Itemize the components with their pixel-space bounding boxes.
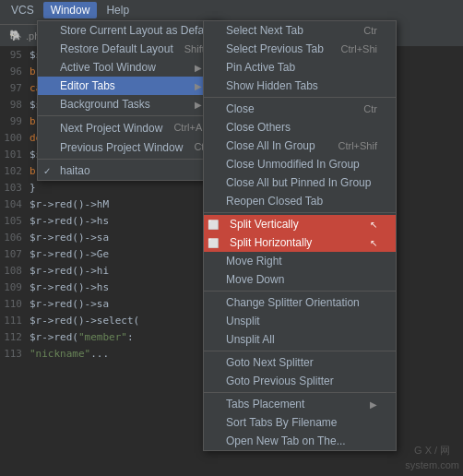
- menu-close-unmodified-label: Close Unmodified In Group: [226, 158, 360, 171]
- menu-sep-tabs-2: [204, 212, 396, 213]
- tab-php-icon: 🐘: [9, 30, 22, 42]
- menu-sep-tabs-1: [204, 97, 396, 98]
- menu-editor-tabs-arrow: ▶: [195, 81, 202, 91]
- menu-show-hidden-tabs-label: Show Hidden Tabs: [226, 79, 318, 92]
- menu-restore-layout[interactable]: Restore Default Layout Shift+F12: [38, 40, 220, 58]
- menu-haitao-check: ✓: [43, 166, 51, 176]
- menu-select-prev-tab[interactable]: Select Previous Tab Ctrl+Shi: [204, 40, 396, 58]
- menu-sort-tabs-label: Sort Tabs By Filename: [226, 416, 338, 429]
- menu-move-down[interactable]: Move Down: [204, 270, 396, 289]
- menu-editor-tabs[interactable]: Editor Tabs ▶: [38, 77, 220, 95]
- menu-reopen-closed[interactable]: Reopen Closed Tab: [204, 192, 396, 210]
- menu-unsplit-all[interactable]: Unsplit All: [204, 330, 396, 349]
- menu-change-splitter[interactable]: Change Splitter Orientation: [204, 293, 396, 312]
- menu-goto-prev-splitter[interactable]: Goto Previous Splitter: [204, 372, 396, 390]
- menu-close[interactable]: Close Ctr: [204, 100, 396, 118]
- menu-close-all-group[interactable]: Close All In Group Ctrl+Shif: [204, 137, 396, 155]
- menu-split-vertically-label: Split Vertically: [230, 218, 299, 231]
- menubar-window[interactable]: Window: [43, 2, 98, 18]
- menu-tabs-placement-label: Tabs Placement: [226, 398, 304, 411]
- menu-separator-2: [38, 159, 220, 160]
- menu-close-others-label: Close Others: [226, 121, 291, 134]
- menu-close-all-pinned-label: Close All but Pinned In Group: [226, 176, 371, 189]
- menu-show-hidden-tabs[interactable]: Show Hidden Tabs: [204, 77, 396, 95]
- menu-restore-layout-label: Restore Default Layout: [60, 42, 173, 55]
- menu-background-tasks-arrow: ▶: [195, 100, 202, 110]
- menu-goto-prev-splitter-label: Goto Previous Splitter: [226, 375, 334, 387]
- menu-split-vert-cursor: ↖: [370, 220, 377, 230]
- menu-background-tasks-label: Background Tasks: [60, 98, 150, 111]
- menu-editor-tabs-label: Editor Tabs: [60, 79, 115, 92]
- menu-split-vert-icon: ⬜: [208, 220, 219, 230]
- menu-select-next-tab[interactable]: Select Next Tab Ctr: [204, 21, 396, 40]
- menu-split-horizontally-label: Split Horizontally: [230, 236, 312, 249]
- menu-close-all-pinned[interactable]: Close All but Pinned In Group: [204, 173, 396, 192]
- watermark-text: G X / 网system.com: [405, 445, 459, 470]
- menu-move-right[interactable]: Move Right: [204, 252, 396, 270]
- menu-window: Store Current Layout as Default Restore …: [37, 20, 221, 181]
- menu-reopen-closed-label: Reopen Closed Tab: [226, 195, 323, 208]
- menu-goto-next-splitter-label: Goto Next Splitter: [226, 356, 314, 369]
- menu-sep-tabs-3: [204, 291, 396, 292]
- menu-tabs-placement-arrow: ▶: [370, 399, 377, 410]
- menu-goto-next-splitter[interactable]: Goto Next Splitter: [204, 353, 396, 372]
- menu-close-all-group-shortcut: Ctrl+Shif: [338, 140, 378, 151]
- menu-split-horiz-cursor: ↖: [370, 238, 377, 248]
- menu-open-new-tab-label: Open New Tab on The...: [226, 434, 346, 447]
- menu-editor-tabs-submenu: Select Next Tab Ctr Select Previous Tab …: [203, 20, 397, 451]
- menu-move-down-label: Move Down: [226, 273, 284, 286]
- menu-store-layout[interactable]: Store Current Layout as Default: [38, 21, 220, 40]
- menubar-vcs[interactable]: VCS: [4, 2, 42, 18]
- menu-close-shortcut: Ctr: [363, 103, 377, 114]
- menu-close-others[interactable]: Close Others: [204, 118, 396, 137]
- menu-split-horiz-icon: ⬜: [208, 238, 219, 248]
- menu-haitao-label: haitao: [60, 164, 90, 177]
- menu-active-tool[interactable]: Active Tool Window ▶: [38, 58, 220, 77]
- menu-store-layout-label: Store Current Layout as Default: [60, 24, 216, 37]
- menu-close-label: Close: [226, 102, 255, 115]
- menubar: VCS Window Help: [0, 0, 463, 20]
- menu-next-project[interactable]: Next Project Window Ctrl+Alt+右方括号: [38, 118, 220, 137]
- menu-tabs-placement[interactable]: Tabs Placement ▶: [204, 395, 396, 413]
- menu-split-vertically[interactable]: ⬜ Split Vertically ↖: [204, 215, 396, 233]
- menu-pin-active-tab[interactable]: Pin Active Tab: [204, 58, 396, 77]
- menu-active-tool-label: Active Tool Window: [60, 61, 156, 74]
- menu-close-all-group-label: Close All In Group: [226, 139, 315, 152]
- menu-unsplit-label: Unsplit: [226, 315, 260, 327]
- menu-prev-project[interactable]: Previous Project Window Ctrl+Alt+左方括号: [38, 137, 220, 157]
- menu-prev-project-label: Previous Project Window: [60, 141, 183, 154]
- menubar-help[interactable]: Help: [99, 2, 137, 18]
- menu-background-tasks[interactable]: Background Tasks ▶: [38, 95, 220, 113]
- menu-split-horizontally[interactable]: ⬜ Split Horizontally ↖: [204, 233, 396, 252]
- menu-haitao[interactable]: ✓ haitao: [38, 161, 220, 180]
- menu-select-prev-tab-label: Select Previous Tab: [226, 42, 324, 55]
- menu-active-tool-arrow: ▶: [195, 63, 202, 73]
- menu-unsplit[interactable]: Unsplit: [204, 312, 396, 330]
- menu-sep-tabs-5: [204, 392, 396, 393]
- menu-select-prev-tab-shortcut: Ctrl+Shi: [341, 43, 377, 54]
- menu-unsplit-all-label: Unsplit All: [226, 333, 275, 346]
- menu-select-next-tab-shortcut: Ctr: [363, 25, 377, 36]
- menu-sort-tabs[interactable]: Sort Tabs By Filename: [204, 413, 396, 432]
- menu-separator-1: [38, 115, 220, 116]
- watermark: G X / 网system.com: [405, 444, 459, 472]
- menu-close-unmodified[interactable]: Close Unmodified In Group: [204, 155, 396, 173]
- menu-move-right-label: Move Right: [226, 255, 282, 268]
- menu-pin-active-tab-label: Pin Active Tab: [226, 61, 295, 74]
- menu-change-splitter-label: Change Splitter Orientation: [226, 296, 360, 309]
- menu-next-project-label: Next Project Window: [60, 122, 162, 135]
- menu-sep-tabs-4: [204, 351, 396, 351]
- menu-open-new-tab[interactable]: Open New Tab on The...: [204, 432, 396, 450]
- menu-select-next-tab-label: Select Next Tab: [226, 24, 303, 37]
